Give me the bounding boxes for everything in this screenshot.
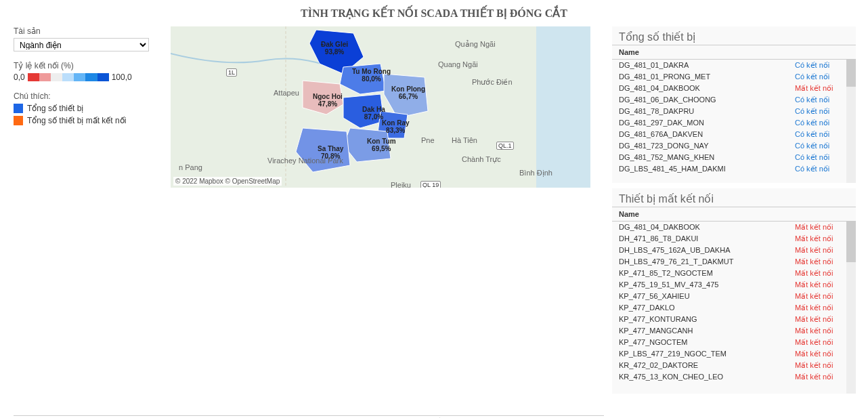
device-status: Mất kết nối xyxy=(795,257,849,266)
device-status: Mất kết nối xyxy=(795,327,849,335)
table-row[interactable]: DG_481_01_DAKRACó kết nối xyxy=(612,60,856,71)
device-name: DG_481_04_DAKBOOK xyxy=(619,84,795,93)
legend-total-swatch xyxy=(14,104,23,113)
bar-charts-panel: Đơn vị Tỷ lệ kết nối % Tổng số thiết bị … xyxy=(14,415,604,418)
map-region-label: Kon Plong66,7% xyxy=(391,86,425,100)
table-row[interactable]: KP_477_KONTURANGMất kết nối xyxy=(612,314,856,325)
panel-total-scrollbar[interactable] xyxy=(846,60,856,183)
device-status: Có kết nối xyxy=(795,119,849,127)
device-name: DH_LBS_479_76_21_T_DAKMUT xyxy=(619,257,795,266)
map-city-label: Pne xyxy=(421,136,435,144)
map-attribution: © 2022 Mapbox © OpenStreetMap xyxy=(173,177,282,186)
device-name: DG_481_01_DAKRA xyxy=(619,61,795,70)
choropleth-map[interactable]: Đak Glei93,8%Tu Mo Rong80,0%Ngoc Hoi47,8… xyxy=(171,26,590,188)
device-name: DG_481_297_DAK_MON xyxy=(619,119,795,127)
device-status: Mất kết nối xyxy=(795,292,849,301)
left-filter-panel: Tài sản Ngành điện Tỷ lệ kết nối (%) 0,0… xyxy=(14,26,162,125)
map-city-label: Attapeu xyxy=(274,89,299,97)
map-region-label: Tu Mo Rong80,0% xyxy=(352,68,391,83)
table-row[interactable]: KP_477_56_XAHIEUMất kết nối xyxy=(612,291,856,302)
ratio-gradient xyxy=(28,73,109,81)
device-status: Mất kết nối xyxy=(795,269,849,278)
device-name: DG_481_06_DAK_CHOONG xyxy=(619,96,795,104)
device-status: Có kết nối xyxy=(795,61,849,70)
table-row[interactable]: DG_481_04_DAKBOOKMất kết nối xyxy=(612,83,856,94)
table-row[interactable]: DG_481_723_DONG_NAYCó kết nối xyxy=(612,140,856,152)
device-status: Mất kết nối xyxy=(795,338,849,347)
table-row[interactable]: KP_475_19_51_MV_473_475Mất kết nối xyxy=(612,279,856,291)
device-status: Mất kết nối xyxy=(795,246,849,255)
table-row[interactable]: DG_481_01_PRONG_METCó kết nối xyxy=(612,71,856,83)
map-region-label: Ngoc Hoi47,8% xyxy=(313,93,343,108)
map-city-label: Bình Định xyxy=(519,169,552,177)
device-status: Có kết nối xyxy=(795,72,849,81)
device-name: KP_LBS_477_219_NGOC_TEM xyxy=(619,350,795,358)
device-name: KP_477_56_XAHIEU xyxy=(619,292,795,301)
table-row[interactable]: KP_477_NGOCTEMMất kết nối xyxy=(612,337,856,348)
map-city-label: Virachey National Park xyxy=(267,156,343,165)
table-row[interactable]: KP_477_DAKLOMất kết nối xyxy=(612,302,856,314)
device-status: Có kết nối xyxy=(795,165,849,173)
table-row[interactable]: KP_477_MANGCANHMất kết nối xyxy=(612,325,856,337)
device-status: Có kết nối xyxy=(795,130,849,139)
table-row[interactable]: KR_475_13_KON_CHEO_LEOMất kết nối xyxy=(612,371,856,383)
ratio-min: 0,0 xyxy=(14,72,25,82)
panel-lost-header: Name xyxy=(612,207,856,222)
device-name: KP_477_MANGCANH xyxy=(619,327,795,335)
scrollbar-thumb[interactable] xyxy=(846,222,856,262)
device-name: DG_481_01_PRONG_MET xyxy=(619,72,795,81)
device-status: Mất kết nối xyxy=(795,84,849,93)
device-status: Mất kết nối xyxy=(795,350,849,358)
legend-label: Chú thích: xyxy=(14,91,162,101)
table-row[interactable]: DG_481_04_DAKBOOKMất kết nối xyxy=(612,222,856,233)
device-status: Có kết nối xyxy=(795,142,849,150)
device-name: DG_481_752_MANG_KHEN xyxy=(619,153,795,162)
panel-lost-scrollbar[interactable] xyxy=(846,222,856,394)
device-status: Có kết nối xyxy=(795,107,849,116)
device-name: KP_475_19_51_MV_473_475 xyxy=(619,280,795,289)
table-row[interactable]: DG_481_78_DAKPRUCó kết nối xyxy=(612,106,856,117)
device-name: DH_471_86_T8_DAKUI xyxy=(619,234,795,243)
panel-lost-title: Thiết bị mất kết nối xyxy=(612,188,856,207)
device-name: KR_472_02_DAKTORE xyxy=(619,361,795,370)
table-row[interactable]: KP_LBS_477_219_NGOC_TEMMất kết nối xyxy=(612,348,856,360)
device-name: DH_LBS_475_162A_UB_DAKHA xyxy=(619,246,795,255)
device-status: Có kết nối xyxy=(795,153,849,162)
device-name: DG_481_78_DAKPRU xyxy=(619,107,795,116)
ratio-label: Tỷ lệ kết nối (%) xyxy=(14,61,162,70)
table-row[interactable]: KP_471_85_T2_NGOCTEMMất kết nối xyxy=(612,268,856,279)
map-city-label: Chành Trực xyxy=(462,155,501,164)
table-row[interactable]: DG_481_06_DAK_CHOONGCó kết nối xyxy=(612,94,856,106)
device-name: KP_477_DAKLO xyxy=(619,304,795,312)
map-city-label: Pleiku xyxy=(391,181,411,188)
page-title: TÌNH TRẠNG KẾT NỐI SCADA THIẾT BỊ ĐÓNG C… xyxy=(0,0,868,26)
map-city-label: Hà Tiên xyxy=(452,136,477,144)
device-status: Mất kết nối xyxy=(795,315,849,324)
map-region-label: Dak Ha87,0% xyxy=(362,106,385,121)
device-status: Mất kết nối xyxy=(795,373,849,381)
table-row[interactable]: DG_481_752_MANG_KHENCó kết nối xyxy=(612,152,856,163)
table-row[interactable]: DH_LBS_479_76_21_T_DAKMUTMất kết nối xyxy=(612,256,856,268)
asset-select[interactable]: Ngành điện xyxy=(14,38,149,51)
table-row[interactable]: DG_LBS_481_45_HAM_DAKMICó kết nối xyxy=(612,163,856,175)
map-city-label: Quảng Ngãi xyxy=(455,40,496,49)
device-status: Mất kết nối xyxy=(795,361,849,370)
scrollbar-thumb[interactable] xyxy=(846,60,856,87)
panel-lost-devices: Thiết bị mất kết nối Name DG_481_04_DAKB… xyxy=(612,188,856,394)
device-status: Mất kết nối xyxy=(795,280,849,289)
device-status: Mất kết nối xyxy=(795,234,849,243)
panel-total-header: Name xyxy=(612,45,856,60)
table-row[interactable]: DG_481_297_DAK_MONCó kết nối xyxy=(612,117,856,129)
table-row[interactable]: DG_481_676A_DAKVENCó kết nối xyxy=(612,129,856,140)
asset-label: Tài sản xyxy=(14,26,162,36)
table-row[interactable]: DH_LBS_475_162A_UB_DAKHAMất kết nối xyxy=(612,245,856,256)
device-status: Có kết nối xyxy=(795,96,849,104)
table-row[interactable]: KR_472_02_DAKTOREMất kết nối xyxy=(612,360,856,371)
route-shield: 1L xyxy=(226,68,237,77)
device-name: DG_481_04_DAKBOOK xyxy=(619,223,795,232)
svg-rect-1 xyxy=(536,26,590,188)
map-city-label: n Pang xyxy=(179,163,202,171)
panel-total-title: Tổng số thiết bị xyxy=(612,26,856,45)
device-name: DG_481_723_DONG_NAY xyxy=(619,142,795,150)
table-row[interactable]: DH_471_86_T8_DAKUIMất kết nối xyxy=(612,233,856,245)
